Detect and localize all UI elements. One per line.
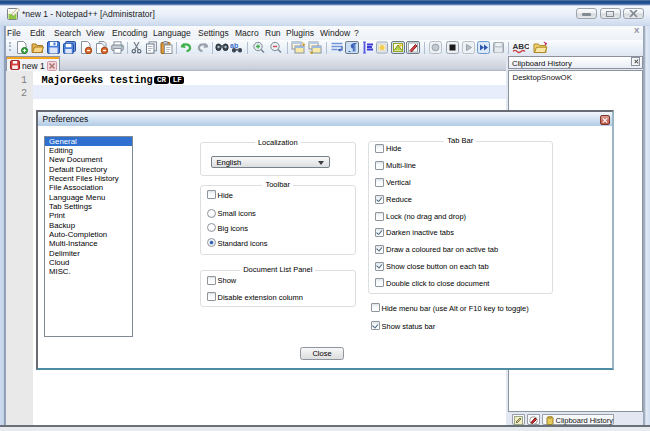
svg-text:ab: ab (230, 41, 238, 48)
svg-text:ABC: ABC (513, 42, 530, 51)
